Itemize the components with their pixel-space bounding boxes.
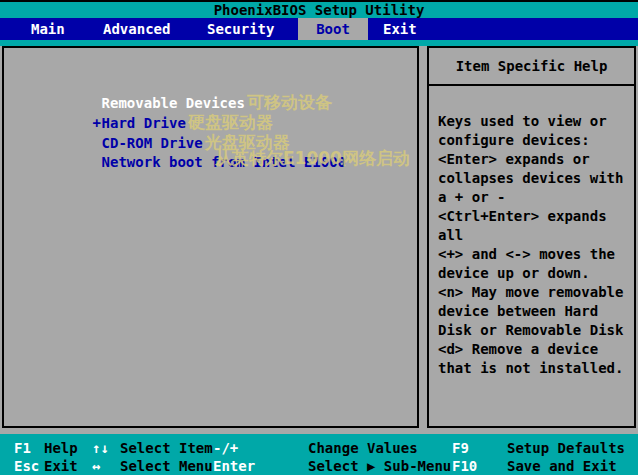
key-action-select-item: Select Item [120,439,213,457]
key-action-save-and-exit: Save and Exit [507,457,617,475]
tab-main[interactable]: Main [31,18,65,40]
key-action-help: Help [44,439,78,457]
key-action-change-values: Change Values [308,439,418,457]
tab-exit[interactable]: Exit [383,18,417,40]
menu-bar: Main Advanced Security Boot Exit [0,18,638,40]
key-leftright-arrows: ↔ [92,457,100,475]
key-esc: Esc [14,457,39,475]
key-enter: Enter [213,457,255,475]
tab-boot[interactable]: Boot [298,18,368,40]
key-updown-arrows: ↑↓ [92,439,109,457]
title-bar: PhoenixBIOS Setup Utility [0,0,638,18]
key-f1: F1 [14,439,31,457]
boot-device-list: Removable Devices可移动设备 +Hard Drive硬盘驱动器 … [2,46,419,428]
footer-keybar: F1 Help ↑↓ Select Item -/+ Change Values… [0,434,638,475]
bios-setup-window: PhoenixBIOS Setup Utility Main Advanced … [0,0,638,475]
help-panel-text: Keys used to view or configure devices: … [429,86,634,378]
tab-security[interactable]: Security [207,18,274,40]
key-action-select-submenu: Select ▶ Sub-Menu [308,457,451,475]
key-minus-plus: -/+ [213,439,238,457]
footer-row-1: F1 Help ↑↓ Select Item -/+ Change Values… [0,439,638,457]
page-title: PhoenixBIOS Setup Utility [214,2,425,18]
tab-advanced[interactable]: Advanced [103,18,170,40]
boot-item-cdrom-drive[interactable]: CD-ROM Drive光盘驱动器 [42,118,290,136]
boot-item-removable-devices[interactable]: Removable Devices可移动设备 [42,78,332,96]
key-action-select-menu: Select Menu [120,457,213,475]
key-f9: F9 [452,439,469,457]
key-action-exit: Exit [44,457,78,475]
key-action-setup-defaults: Setup Defaults [507,439,625,457]
help-panel: Item Specific Help Keys used to view or … [427,46,636,428]
network-boot-translation-overlay: 从英特尔E1000网络启动 [215,149,410,169]
key-f10: F10 [452,457,477,475]
boot-item-hard-drive[interactable]: +Hard Drive硬盘驱动器 [42,98,273,116]
footer-row-2: Esc Exit ↔ Select Menu Enter Select ▶ Su… [0,457,638,475]
help-panel-title: Item Specific Help [429,48,634,86]
